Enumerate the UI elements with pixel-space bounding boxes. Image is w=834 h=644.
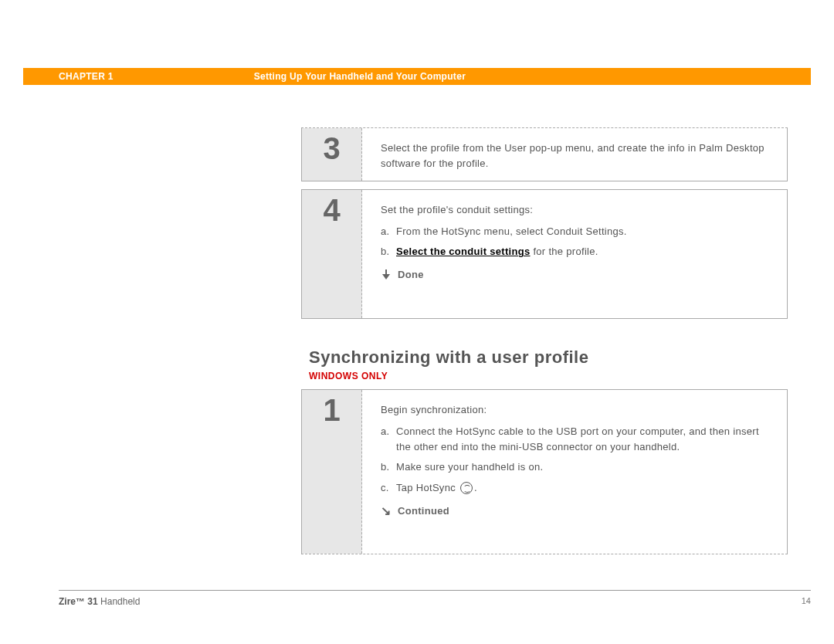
substep-suffix: for the profile. — [531, 246, 598, 257]
continued-row: ↘ Continued — [381, 503, 770, 519]
substep-c: c. Tap HotSync . — [381, 480, 770, 496]
substep-text: Tap HotSync . — [396, 480, 770, 496]
step-content: Set the profile's conduit settings: a. F… — [362, 190, 787, 318]
footer-product-rest: Handheld — [98, 596, 141, 607]
substep-text: Select the conduit settings for the prof… — [396, 244, 770, 259]
step-content: Select the profile from the User pop-up … — [362, 128, 787, 181]
arrow-diagonal-icon: ↘ — [381, 506, 392, 517]
done-row: Done — [381, 267, 770, 283]
chapter-title: Setting Up Your Handheld and Your Comput… — [114, 71, 466, 82]
step-number-col: 1 — [302, 390, 362, 554]
step-intro: Set the profile's conduit settings: — [381, 202, 770, 218]
substep-letter: a. — [381, 424, 396, 455]
step-box-3: 3 Select the profile from the User pop-u… — [301, 127, 788, 181]
footer-page-number: 14 — [802, 596, 811, 605]
hotsync-icon — [460, 482, 473, 494]
continued-label: Continued — [398, 503, 449, 519]
step-box-4: 4 Set the profile's conduit settings: a.… — [301, 189, 788, 319]
step-number-col: 3 — [302, 128, 362, 181]
substep-text: Make sure your handheld is on. — [396, 459, 770, 475]
substep-b: b. Select the conduit settings for the p… — [381, 244, 770, 259]
substep-suffix: . — [474, 482, 477, 493]
substep-b: b. Make sure your handheld is on. — [381, 459, 770, 475]
step-number-col: 4 — [302, 190, 362, 318]
chapter-header-bar: CHAPTER 1 Setting Up Your Handheld and Y… — [23, 68, 811, 85]
step-number: 3 — [323, 133, 340, 181]
substep-text: Connect the HotSync cable to the USB por… — [396, 424, 770, 455]
step-content: Begin synchronization: a. Connect the Ho… — [362, 390, 787, 554]
substep-prefix: Tap HotSync — [396, 482, 459, 493]
step-box-1: 1 Begin synchronization: a. Connect the … — [301, 389, 788, 554]
substep-a: a. From the HotSync menu, select Conduit… — [381, 224, 770, 239]
platform-tag: WINDOWS ONLY — [309, 371, 388, 381]
done-label: Done — [398, 267, 424, 283]
footer-product-bold: Zire™ 31 — [59, 596, 98, 607]
substep-text: From the HotSync menu, select Conduit Se… — [396, 224, 770, 239]
step-text: Select the profile from the User pop-up … — [381, 141, 770, 171]
step-intro: Begin synchronization: — [381, 402, 770, 418]
arrow-down-icon — [381, 269, 392, 280]
footer-product: Zire™ 31 Handheld — [59, 596, 140, 607]
substep-letter: c. — [381, 480, 396, 496]
step-number: 1 — [323, 395, 340, 554]
footer-rule — [59, 590, 811, 591]
substep-letter: b. — [381, 459, 396, 475]
conduit-settings-link[interactable]: Select the conduit settings — [396, 246, 531, 257]
section-heading: Synchronizing with a user profile — [309, 347, 588, 368]
chapter-label: CHAPTER 1 — [23, 71, 114, 82]
step-number: 4 — [323, 195, 340, 318]
substep-a: a. Connect the HotSync cable to the USB … — [381, 424, 770, 455]
substep-letter: b. — [381, 244, 396, 259]
substep-letter: a. — [381, 224, 396, 239]
